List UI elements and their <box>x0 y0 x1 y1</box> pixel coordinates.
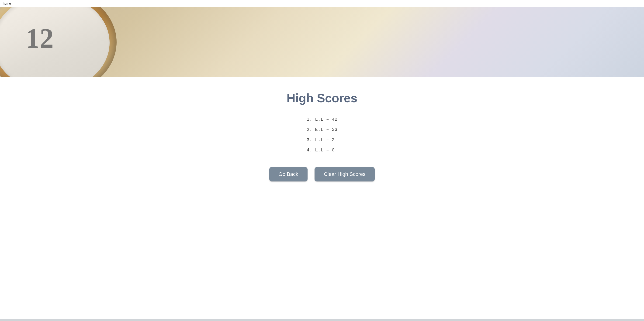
list-item: 3. L.L – 2 <box>306 135 338 145</box>
list-item: 2. E.L – 33 <box>306 125 338 135</box>
clock-inner: 12 <box>0 7 110 77</box>
hero-section: 12 <box>0 7 644 77</box>
list-item: 1. L.L – 42 <box>306 114 338 125</box>
main-content: High Scores 1. L.L – 42 2. E.L – 33 3. L… <box>0 77 644 319</box>
page-title: High Scores <box>5 91 639 105</box>
clock-number-12: 12 <box>26 22 54 54</box>
go-back-button[interactable]: Go Back <box>269 167 308 181</box>
footer-bar <box>0 319 644 321</box>
nav-home-link[interactable]: home <box>3 2 11 5</box>
buttons-row: Go Back Clear High Scores <box>5 167 639 181</box>
clear-scores-button[interactable]: Clear High Scores <box>314 167 375 181</box>
nav-bar: home <box>0 0 644 7</box>
list-item: 4. L.L – 0 <box>306 145 338 155</box>
clock-illustration: 12 <box>0 7 126 77</box>
scores-list: 1. L.L – 42 2. E.L – 33 3. L.L – 2 4. L.… <box>306 114 338 155</box>
